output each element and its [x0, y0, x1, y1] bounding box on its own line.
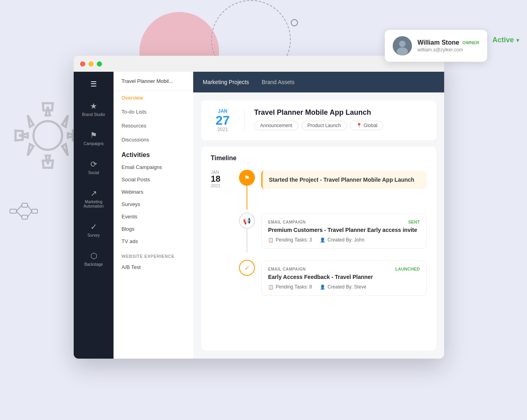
sidebar-label-backstage: Backstage	[84, 262, 103, 267]
ec-created-by-2: Created By: Steve	[327, 284, 366, 290]
nav-link-email-campaigns[interactable]: Email Campaigns	[114, 161, 193, 173]
avatar	[393, 36, 412, 55]
hamburger-menu-icon[interactable]: ☰	[90, 80, 97, 88]
project-date-block: JAN 27 2021	[211, 108, 235, 132]
svg-rect-1	[10, 209, 16, 213]
ec-created-by-1: Created By: John	[327, 237, 364, 243]
timeline-content-3: EMAIL CAMPAIGN LAUNCHED Early Access Fee…	[261, 260, 427, 304]
ec-type-2: EMAIL CAMPAIGN	[268, 267, 306, 271]
nav-link-ab-test[interactable]: A/B Test	[114, 261, 193, 273]
profile-name: William Stone	[417, 39, 459, 46]
network-icon	[8, 195, 40, 227]
nav-link-events[interactable]: Events	[114, 210, 193, 223]
app-layout: ☰ ★ Brand Studio ⚑ Campaigns ⟳ Social ↗ …	[74, 72, 444, 359]
project-start-icon: ⚑	[239, 170, 255, 186]
timeline-container: JAN 18 2021 ⚑ Started the Project - Trav	[211, 170, 427, 304]
sidebar-item-marketing-automation[interactable]: ↗ Marketing Automation	[77, 184, 111, 213]
timeline-line-2	[247, 229, 247, 253]
top-nav: Marketing Projects Brand Assets	[193, 72, 444, 92]
email-campaign-icon-2: ✓	[239, 260, 255, 276]
timeline-row-project-start: JAN 18 2021 ⚑ Started the Project - Trav	[211, 170, 427, 210]
ec-pending-tasks-1: Pending Tasks: 3	[276, 237, 312, 243]
email-campaign-card-1[interactable]: EMAIL CAMPAIGN SENT Premium Customers - …	[261, 214, 427, 249]
tag-product-launch[interactable]: Product Launch	[302, 121, 347, 130]
nav-link-resources[interactable]: Resources	[114, 119, 193, 133]
sidebar-item-backstage[interactable]: ⬡ Backstage	[77, 246, 111, 271]
top-nav-brand-assets[interactable]: Brand Assets	[262, 77, 295, 87]
svg-rect-3	[22, 215, 27, 219]
user-icon-2: 👤	[320, 285, 325, 290]
nav-link-todo[interactable]: To-do Lists	[114, 105, 193, 119]
ec-pending-2: 📋 Pending Tasks: 8	[268, 284, 312, 290]
ec-status-sent: SENT	[408, 220, 420, 224]
active-label: Active	[492, 36, 514, 44]
timeline-row-email-sent: 📢 EMAIL CAMPAIGN SENT Premium Customers	[211, 213, 427, 257]
star-icon: ★	[90, 101, 97, 111]
sidebar-item-brand-studio[interactable]: ★ Brand Studio	[77, 96, 111, 122]
timeline-icon-col-2: 📢	[239, 213, 255, 253]
nav-link-overview[interactable]: Overview	[114, 91, 193, 105]
sidebar-item-social[interactable]: ⟳ Social	[77, 155, 111, 180]
profile-card: William Stone OWNER william.s@zylker.com	[385, 30, 487, 62]
content-area: JAN 27 2021 Travel Planner Mobile App La…	[193, 92, 444, 359]
timeline-icon-col-1: ⚑	[239, 170, 255, 210]
nav-link-blogs[interactable]: Blogs	[114, 223, 193, 235]
timeline-icon-col-3: ✓	[239, 260, 255, 276]
timeline-date-1: JAN 18 2021	[211, 170, 233, 188]
svg-point-10	[399, 41, 406, 47]
browser-window: ☰ ★ Brand Studio ⚑ Campaigns ⟳ Social ↗ …	[74, 56, 444, 359]
browser-maximize-button[interactable]	[97, 61, 102, 67]
project-date-year: 2021	[211, 127, 235, 132]
browser-minimize-button[interactable]	[88, 61, 94, 67]
ec-type-1: EMAIL CAMPAIGN	[268, 220, 306, 224]
svg-line-7	[27, 205, 32, 211]
website-experience-section: WEBSITE EXPERIENCE	[114, 247, 193, 261]
tl-year-1: 2021	[211, 183, 233, 188]
ec-footer-1: 📋 Pending Tasks: 3 👤 Created By: John	[268, 237, 420, 243]
svg-point-11	[397, 47, 408, 55]
timeline-section-title: Timeline	[211, 155, 427, 162]
project-header-card: JAN 27 2021 Travel Planner Mobile App La…	[201, 100, 436, 140]
project-nav-item[interactable]: Travel Planner Mobil...	[114, 72, 193, 91]
profile-email: william.s@zylker.com	[417, 47, 479, 53]
browser-close-button[interactable]	[80, 61, 85, 67]
sidebar-label-brand-studio: Brand Studio	[82, 112, 105, 117]
sidebar-item-survey[interactable]: ✓ Survey	[77, 217, 111, 242]
vertical-divider	[244, 108, 245, 132]
active-status-badge[interactable]: Active ▾	[492, 36, 519, 44]
profile-info: William Stone OWNER william.s@zylker.com	[417, 39, 479, 53]
ec-header-1: EMAIL CAMPAIGN SENT	[268, 220, 420, 224]
user-icon: 👤	[320, 237, 325, 243]
nav-link-discussions[interactable]: Discussions	[114, 133, 193, 147]
started-project-text: Started the Project - Travel Planner Mob…	[269, 177, 414, 183]
tag-announcement[interactable]: Announcement	[254, 121, 298, 130]
location-pin-icon: 📍	[356, 123, 362, 128]
profile-role: OWNER	[462, 40, 479, 45]
nav-link-surveys[interactable]: Surveys	[114, 198, 193, 210]
sidebar-label-social: Social	[88, 171, 99, 175]
project-tags: Announcement Product Launch 📍 Global	[254, 121, 427, 130]
tag-location: 📍 Global	[350, 121, 384, 130]
ec-footer-2: 📋 Pending Tasks: 8 👤 Created By: Steve	[268, 284, 420, 290]
hexagon-icon: ⬡	[90, 251, 97, 261]
email-campaign-card-2[interactable]: EMAIL CAMPAIGN LAUNCHED Early Access Fee…	[261, 261, 427, 296]
ec-pending-1: 📋 Pending Tasks: 3	[268, 237, 312, 243]
chevron-down-icon: ▾	[516, 37, 519, 43]
svg-point-0	[33, 121, 62, 150]
timeline-content-2: EMAIL CAMPAIGN SENT Premium Customers - …	[261, 213, 427, 257]
nav-link-webinars[interactable]: Webinars	[114, 186, 193, 198]
project-info: Travel Planner Mobile App Launch Announc…	[254, 108, 427, 130]
timeline-line-1	[247, 186, 247, 210]
svg-line-5	[16, 205, 22, 211]
automation-icon: ↗	[90, 188, 97, 198]
ec-created-2: 👤 Created By: Steve	[320, 284, 366, 290]
svg-rect-2	[22, 203, 27, 207]
ec-title-2: Early Access Feedback - Travel Planner	[268, 274, 420, 280]
top-nav-marketing-projects[interactable]: Marketing Projects	[203, 77, 249, 87]
nav-link-social-posts[interactable]: Social Posts	[114, 173, 193, 186]
email-campaign-icon-1: 📢	[239, 213, 255, 229]
bg-small-dot	[291, 19, 298, 26]
location-label: Global	[364, 123, 378, 128]
nav-link-tv-ads[interactable]: TV ads	[114, 235, 193, 247]
sidebar-item-campaigns[interactable]: ⚑ Campaigns	[77, 126, 111, 151]
